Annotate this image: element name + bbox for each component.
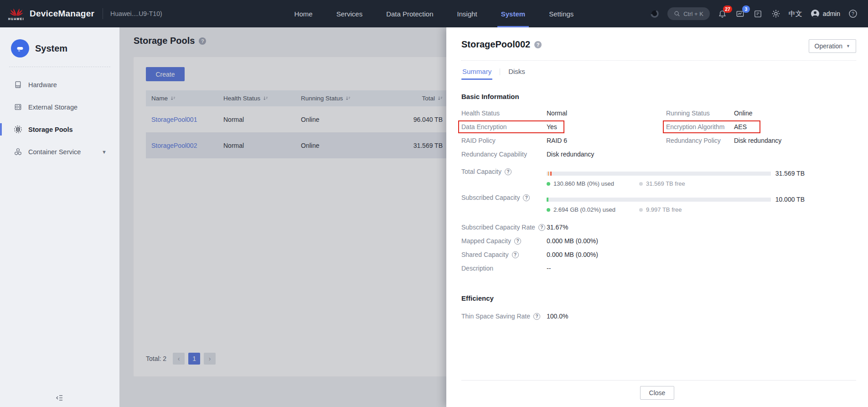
panel-title: StoragePool002 — [461, 39, 530, 50]
storage-pools-icon — [14, 125, 22, 134]
field-label: Health Status — [461, 110, 547, 117]
sidebar-divider — [9, 67, 110, 67]
external-storage-icon — [14, 103, 22, 111]
hardware-icon — [14, 80, 22, 89]
panel-help-icon[interactable]: ? — [534, 41, 542, 48]
settings-gear-icon[interactable] — [771, 9, 781, 19]
field-value: 100.0% — [547, 313, 568, 320]
field-label: Redundancy Policy — [666, 137, 734, 144]
free-legend: 31.569 TB free — [646, 180, 685, 187]
tab-disks[interactable]: Disks — [507, 68, 526, 80]
sidebar-item-label: Storage Pools — [28, 126, 73, 133]
nav-home[interactable]: Home — [294, 0, 313, 27]
close-button[interactable]: Close — [640, 386, 675, 400]
field-value: 0.000 MB (0.00%) — [547, 251, 598, 258]
used-dot-icon — [547, 208, 550, 212]
help-icon[interactable]: ? — [533, 313, 540, 320]
total-capacity-legend: 130.860 MB (0%) used 31.569 TB free — [547, 180, 856, 187]
collapse-menu-icon[interactable] — [56, 395, 63, 402]
total-capacity-value: 31.569 TB — [775, 170, 805, 177]
help-icon[interactable]: ? — [512, 251, 519, 258]
tab-summary[interactable]: Summary — [461, 68, 492, 80]
efficiency-heading: Efficiency — [461, 294, 856, 302]
language-switch[interactable]: 中文 — [789, 10, 802, 18]
username: admin — [823, 10, 840, 17]
subscribed-capacity-rate-row: Subscribed Capacity Rate ? 31.67% — [461, 220, 856, 234]
user-menu[interactable]: admin — [810, 9, 840, 19]
nav-system[interactable]: System — [501, 0, 525, 27]
free-dot-icon — [639, 208, 643, 212]
field-label: Running Status — [666, 110, 734, 117]
alarm-count-badge: 27 — [723, 5, 732, 13]
nav-services[interactable]: Services — [336, 0, 363, 27]
used-dot-icon — [547, 182, 550, 186]
subscribed-capacity-legend: 2.694 GB (0.02%) used 9.997 TB free — [547, 206, 856, 213]
navbar-actions: Ctrl + K 27 3 中文 admin ? — [650, 7, 858, 20]
sidebar-item-container-service[interactable]: Container Service ▼ — [0, 141, 119, 163]
help-icon[interactable]: ? — [538, 224, 545, 231]
field-value-data-encryption: Yes — [547, 123, 666, 130]
chevron-down-icon: ▼ — [846, 44, 850, 48]
help-icon[interactable]: ? — [505, 168, 512, 175]
panel-tabs: Summary Disks — [461, 66, 856, 81]
field-label-encryption-algorithm: Encryption Algorithm — [666, 123, 734, 130]
subscribed-capacity-value: 10.000 TB — [775, 196, 805, 203]
field-label: Total Capacity — [461, 168, 501, 175]
container-service-icon — [14, 147, 22, 156]
alarm-bell-icon[interactable]: 27 — [718, 9, 728, 19]
field-value: -- — [547, 265, 551, 272]
field-value: RAID 6 — [547, 137, 666, 144]
field-label-data-encryption: Data Encryption — [461, 123, 547, 130]
field-value: Online — [734, 110, 856, 117]
sidebar-item-external-storage[interactable]: External Storage — [0, 96, 119, 118]
used-legend: 2.694 GB (0.02%) used — [553, 206, 615, 213]
thin-space-saving-rate-row: Thin Space Saving Rate ? 100.0% — [461, 309, 856, 323]
free-legend: 9.997 TB free — [646, 206, 682, 213]
sidebar-item-label: External Storage — [28, 104, 78, 111]
subscribed-capacity-row: Subscribed Capacity ? 10.000 TB — [461, 194, 856, 203]
total-capacity-row: Total Capacity ? 31.569 TB — [461, 168, 856, 177]
field-value: Disk redundancy — [734, 137, 856, 144]
subscribed-capacity-bar — [547, 198, 771, 202]
performance-monitor-icon[interactable]: 3 — [735, 9, 745, 19]
field-label: Subscribed Capacity — [461, 194, 520, 201]
footer-divider — [461, 380, 856, 381]
tab-separator — [500, 68, 500, 75]
field-value: Normal — [547, 110, 666, 117]
sidebar-title: System — [35, 43, 67, 54]
field-label: Redundancy Capability — [461, 151, 547, 158]
global-search[interactable]: Ctrl + K — [667, 7, 710, 20]
field-value: Disk redundancy — [547, 151, 666, 158]
field-value: 0.000 MB (0.00%) — [547, 237, 598, 245]
product-name: DeviceManager — [30, 9, 94, 19]
main-nav: Home Services Data Protection Insight Sy… — [294, 0, 574, 27]
task-list-icon[interactable] — [753, 9, 763, 19]
capacity-ring-icon[interactable] — [650, 9, 660, 19]
huawei-logo: HUAWEI — [8, 7, 24, 21]
free-dot-icon — [639, 182, 643, 186]
help-icon[interactable]: ? — [514, 238, 521, 245]
field-value-encryption-algorithm: AES — [734, 123, 856, 130]
shared-capacity-row: Shared Capacity ? 0.000 MB (0.00%) — [461, 248, 856, 261]
top-navbar: HUAWEI DeviceManager Huawei....U9-T10) H… — [0, 0, 868, 27]
search-icon — [674, 10, 680, 17]
sidebar-item-hardware[interactable]: Hardware — [0, 73, 119, 96]
operation-button[interactable]: Operation ▼ — [809, 39, 856, 53]
used-capacity-tick — [548, 172, 549, 176]
help-icon[interactable]: ? — [523, 194, 530, 201]
chevron-down-icon: ▼ — [102, 149, 107, 155]
help-icon[interactable]: ? — [848, 9, 858, 19]
nav-settings[interactable]: Settings — [549, 0, 574, 27]
nav-insight[interactable]: Insight — [457, 0, 477, 27]
modal-mask — [119, 27, 446, 407]
event-count-badge: 3 — [742, 5, 750, 13]
basic-information-grid: Health Status Normal Running Status Onli… — [461, 106, 856, 161]
field-label: RAID Policy — [461, 137, 547, 144]
sidebar-item-storage-pools[interactable]: Storage Pools — [0, 118, 119, 141]
nav-data-protection[interactable]: Data Protection — [386, 0, 433, 27]
brand: HUAWEI DeviceManager — [8, 7, 94, 21]
logo-wordmark: HUAWEI — [8, 18, 24, 21]
system-section-icon — [11, 39, 29, 57]
svg-text:?: ? — [852, 11, 854, 16]
device-name: Huawei....U9-T10) — [110, 10, 162, 17]
